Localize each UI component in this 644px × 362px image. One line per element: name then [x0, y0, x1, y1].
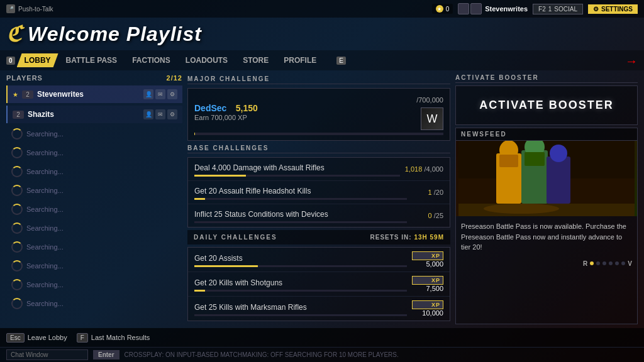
major-progress-bar [194, 133, 443, 135]
nav-item-battlepass[interactable]: BATTLE PASS [58, 53, 125, 67]
searching-item-3: Searching... [6, 163, 182, 180]
player-icon-person[interactable]: 👤 [143, 89, 153, 99]
indicator-dot-4[interactable] [609, 261, 613, 265]
player-icon-msg[interactable]: ✉ [155, 89, 165, 99]
svg-point-11 [484, 204, 559, 214]
social-label: SOCIAL [554, 6, 577, 13]
bc1-name: Deal 4,000 Damage with Assault Rifles [194, 163, 325, 172]
resets-container: RESETS IN: 13H 59M [370, 234, 444, 241]
searching-item-10: Searching... [6, 295, 182, 312]
searching-item-1: Searching... [6, 126, 182, 142]
chat-input[interactable] [6, 349, 88, 360]
dc2-xp: XP 7,500 [412, 276, 443, 292]
last-match-action[interactable]: F Last Match Results [77, 333, 150, 343]
challenge-info: DedSec 5,150 Earn 700,000 XP [194, 102, 416, 121]
daily-challenges-box: Get 20 Assists XP 5,000 Get 20 Kills wit… [187, 247, 450, 321]
indicator-dot-5[interactable] [615, 261, 619, 265]
daily-label: DAILY CHALLENGES [194, 233, 277, 242]
leave-lobby-action[interactable]: Esc Leave Lobby [6, 333, 67, 343]
base-challenges-label: BASE CHALLENGES [187, 143, 450, 153]
lobby-key: 0 [6, 57, 15, 65]
avatar-icons [458, 3, 482, 14]
player2-icon-msg[interactable]: ✉ [155, 109, 165, 119]
e-badge: E [336, 57, 346, 65]
bc3-bar [194, 221, 407, 223]
dc1-bar [194, 265, 407, 267]
player2-icon-person[interactable]: 👤 [143, 109, 153, 119]
bc1-content: Deal 4,000 Damage with Assault Rifles [194, 162, 400, 177]
svg-point-9 [550, 145, 567, 162]
bc1-total: /4,000 [424, 165, 443, 173]
newsfeed-header: NEWSFEED [456, 128, 637, 141]
bc2-current: 1 [428, 189, 432, 196]
nav-item-factions[interactable]: FACTIONS [125, 53, 178, 67]
activate-booster-box[interactable]: ACTIVATE BOOSTER [455, 85, 638, 125]
dc3-name: Get 25 Kills with Marksman Rifles [194, 303, 307, 312]
bc1-bar [194, 175, 400, 177]
dc2-bar-fill [194, 290, 205, 292]
player-item-secondary[interactable]: 2 Shazits 👤 ✉ ⚙ [6, 106, 182, 123]
bc1-current: 1,018 [405, 165, 423, 173]
search-spinner-5 [11, 204, 23, 215]
secondary-name: Shazits [28, 110, 140, 119]
nav-item-lobby[interactable]: LOBBY [17, 53, 58, 67]
searching-item-9: Searching... [6, 277, 182, 293]
user-info: Stevenwrites [458, 3, 528, 14]
player-item-featured[interactable]: ★ 2 Stevenwrites 👤 ✉ ⚙ [6, 85, 182, 103]
newsfeed-section: NEWSFEED [455, 128, 638, 324]
activate-header: ACTIVATE BOOSTER [455, 74, 638, 83]
top-bar: 🎤 Push-to-Talk ★ 0 Stevenwrites F2 1 SOC… [0, 0, 644, 18]
base-challenges-box: Deal 4,000 Damage with Assault Rifles 1,… [187, 157, 450, 228]
search-text-4: Searching... [26, 187, 64, 194]
dc1-xp-amount: 5,000 [412, 260, 443, 268]
secondary-level: 2 [13, 111, 24, 119]
bc3-name: Inflict 25 Status Conditions with Device… [194, 210, 328, 219]
indicator-dot-3[interactable] [602, 261, 606, 265]
challenge-progress: /700,000 [416, 96, 443, 104]
bc3-content: Inflict 25 Status Conditions with Device… [194, 208, 407, 223]
bc3-total: /25 [434, 212, 443, 219]
search-spinner-9 [11, 279, 23, 290]
currency-icon: ★ [436, 5, 443, 13]
search-spinner-8 [11, 260, 23, 272]
nav-item-store[interactable]: STORE [235, 53, 276, 67]
searching-item-8: Searching... [6, 258, 182, 274]
svg-rect-7 [525, 152, 545, 166]
dc2-content: Get 20 Kills with Shotguns [194, 277, 407, 292]
player-count: 2/12 [167, 74, 182, 82]
newsfeed-image [456, 141, 637, 216]
push-to-talk-label: Push-to-Talk [18, 6, 53, 13]
indicator-dot-2[interactable] [596, 261, 600, 265]
searching-item-5: Searching... [6, 201, 182, 217]
player2-icon-settings[interactable]: ⚙ [167, 109, 177, 119]
nav-item-loadouts[interactable]: LOADOUTS [178, 53, 235, 67]
dc3-xp-badge: XP [412, 300, 443, 309]
secondary-player-icons: 👤 ✉ ⚙ [143, 109, 177, 119]
bc2-content: Get 20 Assault Rifle Headshot Kills [194, 185, 407, 200]
daily-challenge-row-2: Get 20 Kills with Shotguns XP 7,500 [188, 272, 450, 297]
indicator-dot-6[interactable] [621, 261, 625, 265]
indicator-dot-1[interactable] [590, 261, 594, 265]
player-icon-settings[interactable]: ⚙ [167, 89, 177, 99]
indicator-left[interactable]: R [583, 260, 587, 267]
nav-store-label: STORE [243, 56, 269, 65]
featured-star: ★ [13, 91, 18, 98]
social-button[interactable]: F2 1 SOCIAL [533, 4, 583, 14]
faction-emblem: W [421, 107, 443, 130]
challenge-top: DedSec 5,150 Earn 700,000 XP /700,000 W [194, 94, 443, 130]
main-layout: PLAYERS 2/12 ★ 2 Stevenwrites 👤 ✉ ⚙ 2 Sh… [0, 70, 644, 328]
search-spinner-6 [11, 222, 23, 234]
settings-button[interactable]: ⚙ SETTINGS [588, 4, 638, 14]
esc-key: Esc [6, 333, 25, 343]
avatar-icon-2 [470, 3, 482, 14]
dc3-xp-amount: 10,000 [412, 309, 443, 317]
activate-booster-title: ACTIVATE BOOSTER [462, 99, 631, 112]
challenge-desc: Earn 700,000 XP [194, 114, 416, 121]
indicator-right[interactable]: V [628, 260, 632, 267]
bc2-total: /20 [434, 189, 443, 196]
search-text-5: Searching... [26, 206, 64, 213]
search-text-3: Searching... [26, 168, 64, 175]
nav-item-profile[interactable]: PROFILE [276, 53, 324, 67]
resets-label: RESETS IN: [370, 234, 412, 241]
enter-button[interactable]: Enter [93, 350, 119, 359]
